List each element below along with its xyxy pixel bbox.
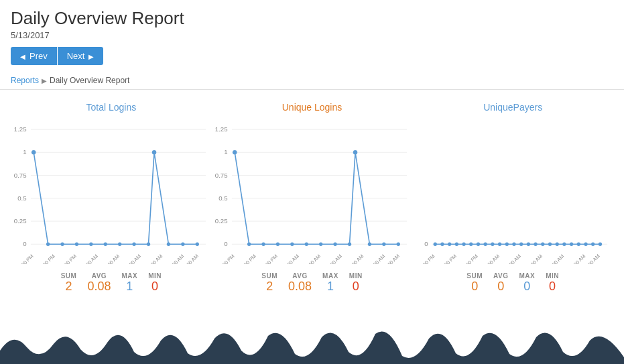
svg-text:5:00 AM: 5:00 AM: [527, 253, 544, 264]
chart-unique-logins: Unique Logins 1.25 1 0.75 0.5 0.25 0: [212, 102, 413, 294]
chart-unique-logins-title: Unique Logins: [282, 102, 342, 113]
prev-arrow-icon: [20, 51, 25, 61]
svg-point-54: [347, 243, 351, 246]
svg-point-19: [132, 243, 135, 246]
svg-point-50: [290, 243, 294, 246]
page-title: Daily Overview Report: [11, 8, 613, 29]
svg-text:0.75: 0.75: [14, 172, 27, 179]
stat-min: MIN 0: [148, 272, 162, 294]
stats-total-logins: SUM 2 AVG 0.08 MAX 1 MIN 0: [61, 272, 162, 294]
chart-unique-logins-svg: 1.25 1 0.75 0.5 0.25 0 7: [212, 117, 413, 264]
stat-sum: SUM 2: [61, 272, 77, 294]
svg-text:1:00 AM: 1:00 AM: [82, 253, 99, 264]
stat-min: MIN 0: [349, 272, 363, 294]
svg-point-23: [181, 243, 184, 246]
svg-point-58: [396, 243, 399, 246]
svg-point-71: [441, 243, 444, 246]
svg-point-53: [333, 243, 336, 246]
charts-container: Total Logins 1.25 1 0.75 0.5 0.25 0: [0, 95, 624, 294]
chart-unique-payers-title: UniquePayers: [483, 102, 542, 113]
breadcrumb-reports-link[interactable]: Reports: [11, 76, 39, 85]
svg-text:3:00 AM: 3:00 AM: [103, 253, 121, 264]
chart-total-logins-title: Total Logins: [86, 102, 136, 113]
svg-point-12: [32, 150, 36, 154]
header-divider: [0, 89, 624, 90]
svg-text:9:00 PM: 9:00 PM: [239, 253, 257, 264]
svg-text:9:00 PM: 9:00 PM: [39, 253, 56, 264]
svg-point-18: [118, 243, 121, 246]
svg-point-73: [455, 243, 458, 246]
chart-unique-payers-svg: 0 7:0: [412, 117, 613, 264]
stat-max: MAX 1: [121, 272, 137, 294]
svg-text:9:00 PM: 9:00 PM: [440, 253, 458, 264]
svg-text:1: 1: [224, 148, 227, 156]
svg-text:3:00 AM: 3:00 AM: [505, 253, 523, 264]
svg-point-89: [570, 243, 573, 246]
svg-text:7:00 PM: 7:00 PM: [17, 253, 35, 264]
svg-point-16: [89, 243, 92, 246]
svg-point-49: [275, 243, 279, 246]
svg-point-48: [261, 243, 265, 246]
svg-text:1:00 AM: 1:00 AM: [484, 253, 501, 264]
prev-label: Prev: [29, 51, 48, 61]
navigation-buttons: Prev Next: [11, 47, 613, 65]
svg-point-88: [563, 243, 566, 246]
page-date: 5/13/2017: [11, 30, 613, 40]
stat-max: MAX 0: [519, 272, 535, 294]
svg-point-24: [196, 243, 199, 246]
stats-unique-payers: SUM 0 AVG 0 MAX 0 MIN 0: [466, 272, 559, 294]
svg-point-22: [167, 243, 170, 246]
svg-text:9:00 AM: 9:00 AM: [369, 253, 386, 264]
svg-point-85: [541, 243, 544, 246]
svg-point-56: [367, 243, 371, 246]
next-label: Next: [67, 51, 85, 61]
svg-point-47: [247, 243, 251, 246]
svg-point-80: [505, 243, 509, 246]
svg-text:7:00 PM: 7:00 PM: [419, 253, 436, 264]
svg-point-14: [60, 243, 64, 246]
next-button[interactable]: Next: [58, 47, 104, 65]
svg-text:0: 0: [224, 240, 227, 247]
svg-text:0.5: 0.5: [219, 194, 227, 202]
svg-point-90: [577, 243, 580, 246]
breadcrumb-separator: ▶: [42, 77, 47, 84]
svg-point-70: [434, 243, 437, 246]
svg-text:9:00 AM: 9:00 AM: [168, 253, 186, 264]
svg-point-92: [591, 243, 595, 246]
svg-text:1: 1: [23, 148, 26, 156]
svg-text:3:00 AM: 3:00 AM: [304, 253, 322, 264]
svg-text:11:00 PM: 11:00 PM: [259, 253, 279, 264]
svg-text:1.25: 1.25: [214, 125, 227, 133]
svg-point-91: [584, 243, 588, 246]
svg-point-52: [319, 243, 322, 246]
svg-point-79: [498, 243, 501, 246]
svg-point-84: [534, 243, 538, 246]
chart-total-logins: Total Logins 1.25 1 0.75 0.5 0.25 0: [11, 102, 212, 294]
svg-point-82: [519, 243, 523, 246]
stat-sum: SUM 0: [466, 272, 483, 294]
svg-point-46: [233, 150, 237, 154]
stat-avg: AVG 0: [493, 272, 508, 294]
svg-point-75: [469, 243, 473, 246]
stats-unique-logins: SUM 2 AVG 0.08 MAX 1 MIN 0: [261, 272, 362, 294]
stat-max: MAX 1: [322, 272, 338, 294]
stat-min: MIN 0: [546, 272, 559, 294]
svg-text:0: 0: [23, 240, 26, 247]
svg-text:7:00 AM: 7:00 AM: [548, 253, 566, 264]
svg-text:7:00 AM: 7:00 AM: [347, 253, 365, 264]
svg-text:0.5: 0.5: [17, 194, 26, 202]
next-arrow-icon: [88, 51, 94, 61]
svg-point-72: [448, 243, 451, 246]
stat-sum: SUM 2: [261, 272, 277, 294]
svg-point-83: [527, 243, 530, 246]
svg-point-15: [75, 243, 78, 246]
prev-button[interactable]: Prev: [11, 47, 57, 65]
svg-text:9:00 AM: 9:00 AM: [570, 253, 587, 264]
svg-point-21: [152, 150, 156, 154]
stat-avg: AVG 0.08: [87, 272, 111, 294]
svg-point-17: [104, 243, 107, 246]
svg-text:11:00 PM: 11:00 PM: [460, 253, 479, 264]
svg-point-55: [353, 150, 357, 154]
svg-text:0.25: 0.25: [214, 217, 227, 225]
breadcrumb: Reports ▶ Daily Overview Report: [0, 76, 624, 89]
